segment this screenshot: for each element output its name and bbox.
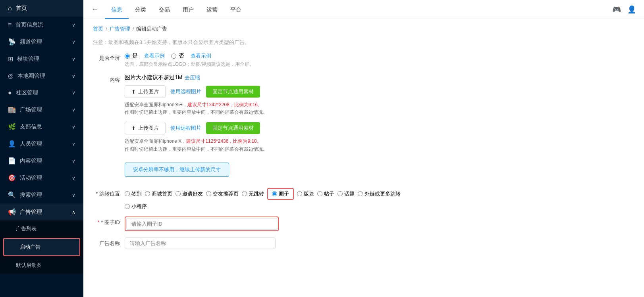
sidebar-item-home-info[interactable]: ≡ 首页信息流 ∨ xyxy=(0,17,83,33)
sidebar-item-community[interactable]: ● 社区管理 ∨ xyxy=(0,84,83,101)
jump-circle[interactable]: 圈子 xyxy=(267,188,294,200)
sidebar-item-channel[interactable]: 📡 频道管理 ∨ xyxy=(0,33,83,50)
jump-no-radio[interactable] xyxy=(242,191,247,196)
circle-id-input[interactable] xyxy=(126,218,277,230)
view-example-yes[interactable]: 查看示例 xyxy=(144,52,165,59)
jump-invite-radio[interactable] xyxy=(175,191,181,196)
img2-hint2: 作图时切记留出边距，重要内容放中间，不同的屏幕会有裁边情况。 xyxy=(125,146,268,152)
jump-friend-label: 交友推荐页 xyxy=(213,190,239,197)
sidebar-item-plaza[interactable]: 🏬 广场管理 ∨ xyxy=(0,101,83,118)
module-icon: ⊞ xyxy=(8,55,13,63)
jump-post[interactable]: 帖子 xyxy=(317,190,334,197)
fullscreen-row: 是否全屏 是 查看示例 否 查看示例 选否，底部会显示站点LOGO；动图/视频建… xyxy=(93,52,634,68)
sidebar-item-label: 首页信息流 xyxy=(15,21,43,29)
sidebar-item-label: 本地圈管理 xyxy=(17,73,45,80)
tab-trade[interactable]: 交易 xyxy=(152,0,176,19)
tab-category[interactable]: 分类 xyxy=(129,0,152,19)
breadcrumb-ad[interactable]: 广告管理 xyxy=(110,25,130,33)
tab-user[interactable]: 用户 xyxy=(176,0,200,19)
fullscreen-yes-input[interactable] xyxy=(125,54,130,59)
jump-friend-recommend[interactable]: 交友推荐页 xyxy=(206,190,239,197)
fullscreen-no-radio[interactable]: 否 xyxy=(171,52,184,59)
sidebar-item-search[interactable]: 🔍 搜索管理 ∨ xyxy=(0,186,83,203)
jump-sign-in[interactable]: 签到 xyxy=(125,190,142,197)
sidebar-item-ad[interactable]: 📢 广告管理 ∧ xyxy=(0,203,83,220)
search-icon: 🔍 xyxy=(8,191,16,199)
breadcrumb-current: 编辑启动广告 xyxy=(136,25,167,33)
jump-invite-friends[interactable]: 邀请好友 xyxy=(175,190,203,197)
sidebar-item-content[interactable]: 📄 内容管理 ∨ xyxy=(0,152,83,169)
img-hint-1: 适配安卓全面屏和iphone5+，建议尺寸1242*2208，比例为9:16。 … xyxy=(125,101,634,116)
jump-section-radio[interactable] xyxy=(297,191,302,196)
plaza-icon: 🏬 xyxy=(8,106,16,113)
jump-topic-radio[interactable] xyxy=(337,191,343,196)
upload-img-btn-2[interactable]: ⬆ 上传图片 xyxy=(125,122,166,134)
compress-link[interactable]: 去压缩 xyxy=(185,74,200,81)
img2-hint-red: 建议尺寸1125*2436，比例为9:18。 xyxy=(186,138,261,144)
jump-mall-home-radio[interactable] xyxy=(145,191,150,196)
people-icon: 👤 xyxy=(8,140,16,148)
sidebar-item-label: 模块管理 xyxy=(17,56,39,63)
jump-external-radio[interactable] xyxy=(358,191,363,196)
sidebar-item-module[interactable]: ⊞ 模块管理 ∨ xyxy=(0,50,83,67)
upload-icon-1: ⬆ xyxy=(131,89,136,95)
sidebar-item-startup-ad[interactable]: 启动广告 xyxy=(3,238,80,256)
home-icon: ⌂ xyxy=(8,5,12,12)
chevron-icon: ∨ xyxy=(72,90,75,96)
view-example-no[interactable]: 查看示例 xyxy=(191,52,211,59)
fixed-node-btn-2[interactable]: 固定节点通用素材 xyxy=(206,122,260,134)
sidebar-item-branch[interactable]: 🌿 支部信息 ∨ xyxy=(0,118,83,135)
circle-id-control xyxy=(125,217,634,231)
ad-name-input[interactable] xyxy=(125,238,276,249)
jump-topic[interactable]: 话题 xyxy=(337,190,355,197)
gamepad-icon: 🎮 xyxy=(612,5,621,14)
sidebar-item-local[interactable]: ◎ 本地圈管理 ∨ xyxy=(0,67,83,84)
upload-img-btn-1[interactable]: ⬆ 上传图片 xyxy=(125,85,166,98)
android-btn[interactable]: 安卓分辨率不够用，继续上传新的尺寸 xyxy=(125,163,229,177)
top-icons: 🎮 👤 xyxy=(612,5,636,14)
fullscreen-no-input[interactable] xyxy=(171,54,176,59)
jump-circle-radio[interactable] xyxy=(272,191,277,196)
fullscreen-yes-radio[interactable]: 是 xyxy=(125,52,138,59)
sidebar-item-people[interactable]: 👤 人员管理 ∨ xyxy=(0,135,83,152)
jump-post-radio[interactable] xyxy=(317,191,322,196)
sidebar-item-ad-list[interactable]: 广告列表 xyxy=(0,220,83,237)
breadcrumb-sep2: / xyxy=(133,26,134,32)
breadcrumb: 首页 / 广告管理 / 编辑启动广告 xyxy=(93,25,634,33)
jump-external[interactable]: 外链或更多跳转 xyxy=(358,190,401,197)
tab-platform[interactable]: 平台 xyxy=(224,0,248,19)
local-icon: ◎ xyxy=(8,72,13,80)
tab-ops[interactable]: 运营 xyxy=(200,0,224,19)
jump-mini-radio[interactable] xyxy=(125,204,130,209)
tab-info[interactable]: 信息 xyxy=(105,0,129,19)
ad-icon: 📢 xyxy=(8,208,16,216)
remote-img-link-1[interactable]: 使用远程图片 xyxy=(170,88,201,95)
upload-btn-label-1: 上传图片 xyxy=(138,88,159,95)
back-button[interactable]: ← xyxy=(91,5,98,13)
fixed-node-btn-1[interactable]: 固定节点通用素材 xyxy=(206,86,260,98)
jump-topic-label: 话题 xyxy=(344,190,355,197)
jump-mall-home-label: 商城首页 xyxy=(152,190,172,197)
sidebar-item-label: 人员管理 xyxy=(20,140,42,148)
jump-no-jump[interactable]: 无跳转 xyxy=(242,190,264,197)
remote-img-link-2[interactable]: 使用远程图片 xyxy=(170,125,201,132)
jump-mini-program[interactable]: 小程序 xyxy=(125,203,147,210)
jump-sign-in-radio[interactable] xyxy=(125,191,130,196)
channel-icon: 📡 xyxy=(8,38,16,46)
content-row: 内容 图片大小建议不超过1M 去压缩 ⬆ 上传图片 使用远程图片 固定节点通用素… xyxy=(93,74,634,182)
fullscreen-no-label: 否 xyxy=(179,52,184,59)
jump-mall-home[interactable]: 商城首页 xyxy=(145,190,172,197)
activity-icon: 🎯 xyxy=(8,174,16,182)
jump-options-row: 签到 商城首页 邀请好友 交友推荐页 xyxy=(125,188,634,200)
upload-group-2: ⬆ 上传图片 使用远程图片 固定节点通用素材 xyxy=(125,122,634,134)
sidebar-sub-label: 广告列表 xyxy=(16,225,37,232)
sidebar-item-home[interactable]: ⌂ 首页 xyxy=(0,0,83,17)
chevron-icon: ∨ xyxy=(72,107,75,113)
sidebar-item-activity[interactable]: 🎯 活动管理 ∨ xyxy=(0,169,83,186)
sidebar-item-default-startup[interactable]: 默认启动图 xyxy=(0,257,83,274)
jump-friend-radio[interactable] xyxy=(206,191,211,196)
breadcrumb-home[interactable]: 首页 xyxy=(93,25,103,33)
jump-section[interactable]: 版块 xyxy=(297,190,314,197)
ad-name-control xyxy=(125,238,634,249)
home-info-icon: ≡ xyxy=(8,21,12,29)
